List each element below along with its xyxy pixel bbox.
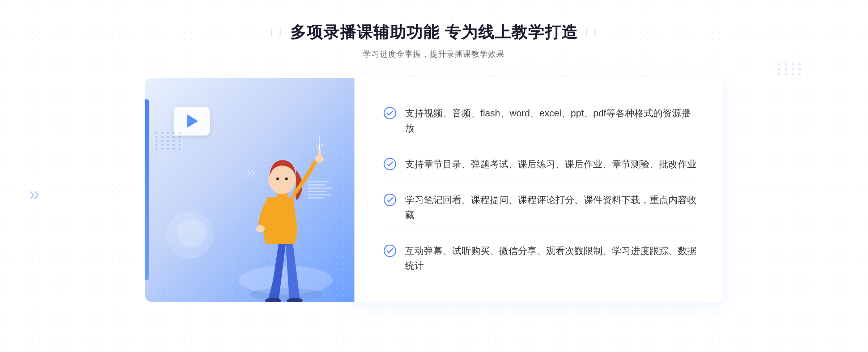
svg-point-17 (384, 158, 396, 170)
blue-bar-deco (145, 99, 149, 280)
right-side-dots (778, 63, 803, 75)
check-icon-2 (383, 158, 396, 171)
feature-text-3: 学习笔记回看、课程提问、课程评论打分、课件资料下载，重点内容收藏 (405, 193, 698, 223)
svg-point-6 (276, 177, 279, 180)
feature-item-3: 学习笔记回看、课程提问、课程评论打分、课件资料下载，重点内容收藏 (383, 185, 698, 231)
page-subtitle: 学习进度全掌握，提升录播课教学效果 (270, 49, 598, 60)
feature-text-4: 互动弹幕、试听购买、微信分享、观看次数限制、学习进度跟踪、数据统计 (405, 244, 698, 274)
title-row: ⁞ ⁞ 多项录播课辅助功能 专为线上教学打造 ⁞ ⁞ (270, 22, 598, 43)
svg-point-18 (384, 194, 396, 206)
svg-point-1 (250, 288, 322, 301)
check-icon-3 (383, 193, 396, 206)
feature-text-2: 支持章节目录、弹题考试、课后练习、课后作业、章节测验、批改作业 (405, 157, 697, 172)
svg-point-12 (318, 147, 320, 149)
person-illustration (217, 107, 354, 302)
content-area: » 支持视频、音频、flash、word、excel、ppt、pdf等各种格式的… (145, 78, 723, 302)
check-icon-1 (383, 107, 396, 120)
play-bubble (174, 107, 210, 136)
page-container: ⁞ ⁞ 多项录播课辅助功能 专为线上教学打造 ⁞ ⁞ 学习进度全掌握，提升录播课… (0, 0, 868, 352)
page-title: 多项录播课辅助功能 专为线上教学打造 (290, 22, 578, 43)
svg-line-15 (316, 145, 318, 146)
header-section: ⁞ ⁞ 多项录播课辅助功能 专为线上教学打造 ⁞ ⁞ 学习进度全掌握，提升录播课… (270, 22, 598, 60)
svg-point-19 (384, 245, 396, 257)
dots-grid-left (156, 132, 182, 150)
title-left-deco-icon: ⁞ ⁞ (270, 26, 283, 38)
illustration-panel: » (145, 78, 354, 302)
title-right-deco-icon: ⁞ ⁞ (585, 26, 598, 38)
feature-item-1: 支持视频、音频、flash、word、excel、ppt、pdf等各种格式的资源… (383, 98, 698, 144)
svg-point-10 (256, 225, 265, 232)
left-side-chevron: » (29, 183, 36, 205)
chevron-deco: » (246, 161, 253, 182)
svg-rect-9 (318, 150, 321, 160)
play-triangle-icon (187, 115, 198, 128)
check-icon-4 (383, 244, 396, 257)
deco-orb-2 (177, 219, 206, 248)
svg-point-7 (285, 177, 288, 180)
feature-item-2: 支持章节目录、弹题考试、课后练习、课后作业、章节测验、批改作业 (383, 149, 698, 180)
features-panel: 支持视频、音频、flash、word、excel、ppt、pdf等各种格式的资源… (354, 78, 723, 302)
svg-point-16 (384, 107, 396, 119)
feature-item-4: 互动弹幕、试听购买、微信分享、观看次数限制、学习进度跟踪、数据统计 (383, 236, 698, 282)
svg-line-14 (321, 145, 323, 146)
feature-text-1: 支持视频、音频、flash、word、excel、ppt、pdf等各种格式的资源… (405, 106, 698, 136)
